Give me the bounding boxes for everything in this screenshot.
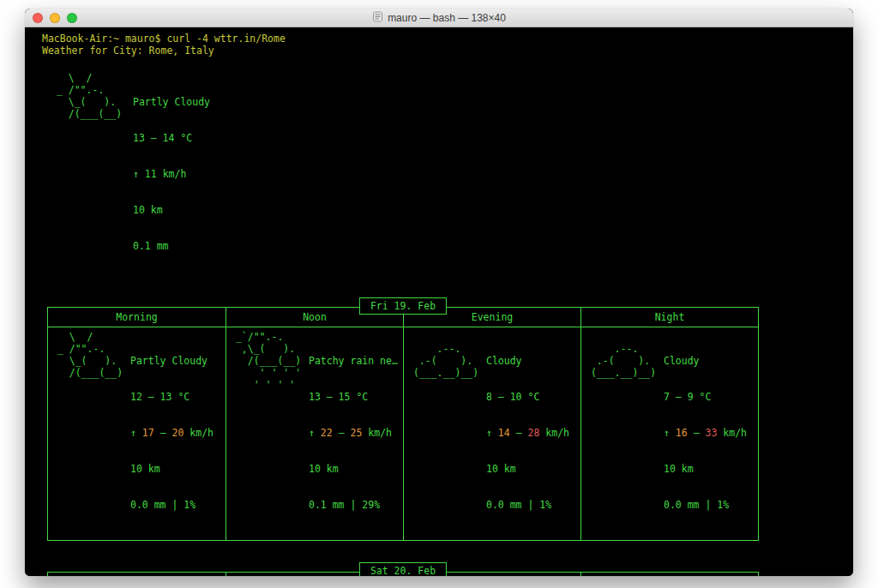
- forecast-table-sat: Sat 20. Feb Morning Noon Evening Night \…: [47, 572, 759, 576]
- terminal-window: mauro — bash — 138×40 MacBook-Air:~ maur…: [25, 9, 853, 576]
- wind-unit: km/h: [362, 427, 392, 439]
- condition-text: Partly Cloudy: [133, 96, 210, 108]
- forecast-cell-noon: _`/"".-. ,\_( ). /(___(__) ' ' ' ' ' ' '…: [226, 327, 403, 540]
- wind-high: 20: [172, 427, 184, 439]
- weather-art-icon: .--. .-( ). (___.__)__): [407, 331, 486, 535]
- wind-text: ↑ 14 – 28 km/h: [486, 427, 569, 439]
- weather-art-icon: \ / _ /"".-. \_( ). /(___(__): [51, 331, 130, 535]
- precip-text: 0.1 mm | 29%: [309, 499, 398, 511]
- zoom-button[interactable]: [67, 13, 77, 23]
- date-text: Fri 19. Feb: [370, 300, 436, 312]
- precip-text: 0.0 mm | 1%: [486, 499, 569, 511]
- weather-info: Partly Cloudy 13 – 14 °C ↑ 11 km/h 10 km…: [133, 72, 210, 276]
- wind-low: 14: [498, 427, 510, 439]
- weather-info: Partly Cloudy 12 – 13 °C ↑ 17 – 20 km/h …: [130, 331, 213, 535]
- temperature-text: 13 – 14 °C: [133, 132, 210, 144]
- column-header-night: Night: [580, 308, 758, 327]
- wind-arrow-icon: ↑: [130, 427, 142, 439]
- forecast-cell-morning: \ / _ /"".-. \_( ). /(___(__) Partly Clo…: [48, 327, 226, 540]
- temperature-text: 12 – 13 °C: [130, 391, 213, 403]
- condition-text: Partly Cloudy: [130, 355, 213, 367]
- wind-sep: –: [154, 427, 172, 439]
- wind-arrow-icon: ↑: [133, 168, 145, 180]
- close-button[interactable]: [33, 13, 43, 23]
- forecast-cell-evening: .--. .-( ). (___.__)__) Cloudy 8 – 10 °C…: [403, 327, 580, 540]
- traffic-lights: [33, 13, 77, 23]
- wind-unit: km/h: [157, 168, 187, 180]
- wind-low: 16: [676, 427, 688, 439]
- current-conditions: \ / _ /"".-. \_( ). /(___(__) Partly Clo…: [51, 72, 853, 276]
- wind-low: 11: [145, 168, 157, 180]
- forecast-cell-night: .--. .-( ). (___.__)__) Cloudy 7 – 9 °C …: [580, 327, 758, 540]
- wind-sep: –: [688, 427, 706, 439]
- forecast-body-row: \ / _ /"".-. \_( ). /(___(__) Partly Clo…: [48, 327, 758, 540]
- visibility-text: 10 km: [133, 204, 210, 216]
- weather-art-icon: .--. .-( ). (___.__)__): [585, 331, 664, 535]
- window-title: mauro — bash — 138×40: [388, 12, 506, 24]
- date-text: Sat 20. Feb: [370, 565, 436, 576]
- minimize-button[interactable]: [50, 13, 60, 23]
- precip-text: 0.1 mm: [133, 240, 210, 252]
- prompt-line: MacBook-Air:~ mauro$ curl -4 wttr.in/Rom…: [42, 33, 853, 45]
- condition-text: Cloudy: [664, 355, 747, 367]
- location-line: Weather for City: Rome, Italy: [42, 45, 853, 57]
- wind-arrow-icon: ↑: [664, 427, 676, 439]
- weather-art-icon: \ / _ /"".-. \_( ). /(___(__): [51, 72, 133, 276]
- wind-arrow-icon: ↑: [486, 427, 498, 439]
- wind-text: ↑ 11 km/h: [133, 168, 210, 180]
- window-title-area: mauro — bash — 138×40: [25, 9, 853, 27]
- wind-unit: km/h: [183, 427, 213, 439]
- forecast-table-fri: Fri 19. Feb Morning Noon Evening Night \…: [47, 307, 759, 541]
- wind-text: ↑ 22 – 25 km/h: [309, 427, 398, 439]
- wind-arrow-icon: ↑: [309, 427, 321, 439]
- temperature-text: 7 – 9 °C: [664, 391, 747, 403]
- wind-unit: km/h: [539, 427, 569, 439]
- date-label: Sat 20. Feb: [359, 562, 447, 576]
- precip-text: 0.0 mm | 1%: [664, 499, 747, 511]
- wind-high: 25: [351, 427, 363, 439]
- temperature-text: 13 – 15 °C: [309, 391, 398, 403]
- window-titlebar[interactable]: mauro — bash — 138×40: [25, 9, 853, 27]
- terminal-doc-icon: [372, 11, 383, 25]
- visibility-text: 10 km: [486, 463, 569, 475]
- condition-text: Cloudy: [486, 355, 569, 367]
- visibility-text: 10 km: [664, 463, 747, 475]
- wind-unit: km/h: [717, 427, 747, 439]
- wind-low: 17: [142, 427, 154, 439]
- wind-high: 33: [706, 427, 718, 439]
- weather-art-icon: _`/"".-. ,\_( ). /(___(__) ' ' ' ' ' ' '…: [230, 331, 309, 535]
- date-label: Fri 19. Feb: [359, 297, 447, 315]
- weather-info: Cloudy 7 – 9 °C ↑ 16 – 33 km/h 10 km 0.0…: [664, 331, 747, 535]
- column-header-morning: Morning: [48, 573, 226, 576]
- column-header-morning: Morning: [48, 308, 226, 327]
- wind-text: ↑ 16 – 33 km/h: [664, 427, 747, 439]
- visibility-text: 10 km: [309, 463, 398, 475]
- wind-low: 22: [321, 427, 333, 439]
- visibility-text: 10 km: [130, 463, 213, 475]
- wind-high: 28: [528, 427, 540, 439]
- weather-info: Cloudy 8 – 10 °C ↑ 14 – 28 km/h 10 km 0.…: [486, 331, 569, 535]
- wind-sep: –: [333, 427, 351, 439]
- precip-text: 0.0 mm | 1%: [130, 499, 213, 511]
- temperature-text: 8 – 10 °C: [486, 391, 569, 403]
- terminal-screen[interactable]: MacBook-Air:~ mauro$ curl -4 wttr.in/Rom…: [25, 27, 853, 576]
- column-header-night: Night: [580, 573, 758, 576]
- condition-text: Patchy rain ne…: [309, 355, 398, 367]
- wind-text: ↑ 17 – 20 km/h: [130, 427, 213, 439]
- weather-info: Patchy rain ne… 13 – 15 °C ↑ 22 – 25 km/…: [309, 331, 398, 535]
- wind-sep: –: [510, 427, 528, 439]
